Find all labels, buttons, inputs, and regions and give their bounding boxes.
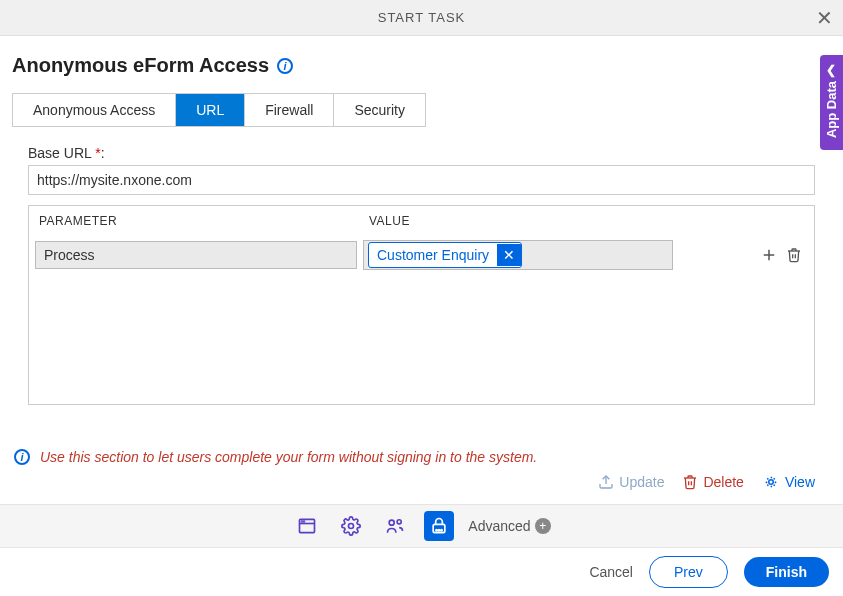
update-button[interactable]: Update bbox=[598, 473, 664, 491]
param-value-field[interactable]: Customer Enquiry ✕ bbox=[363, 240, 673, 270]
plus-icon bbox=[760, 246, 778, 264]
col-header-value: VALUE bbox=[369, 214, 804, 228]
chip-remove-icon[interactable]: ✕ bbox=[497, 244, 521, 266]
trash-icon bbox=[786, 247, 802, 263]
parameter-table: PARAMETER VALUE Customer Enquiry ✕ bbox=[28, 205, 815, 405]
base-url-input[interactable] bbox=[28, 165, 815, 195]
eye-icon bbox=[762, 473, 780, 491]
svg-point-13 bbox=[439, 530, 440, 531]
tab-anonymous-access[interactable]: Anonymous Access bbox=[13, 94, 176, 126]
tab-bar: Anonymous Access URL Firewall Security bbox=[12, 93, 426, 127]
finish-button[interactable]: Finish bbox=[744, 557, 829, 587]
close-button[interactable]: ✕ bbox=[816, 8, 833, 28]
window-icon[interactable] bbox=[292, 511, 322, 541]
plus-circle-icon: + bbox=[535, 518, 551, 534]
add-row-button[interactable] bbox=[760, 246, 778, 264]
value-chip: Customer Enquiry ✕ bbox=[368, 242, 522, 268]
svg-point-14 bbox=[441, 530, 442, 531]
info-icon[interactable]: i bbox=[277, 58, 293, 74]
tab-firewall[interactable]: Firewall bbox=[245, 94, 334, 126]
svg-point-8 bbox=[349, 524, 354, 529]
cancel-button[interactable]: Cancel bbox=[589, 564, 633, 580]
table-row: Customer Enquiry ✕ bbox=[29, 236, 814, 274]
svg-point-3 bbox=[769, 480, 774, 485]
chip-label: Customer Enquiry bbox=[369, 243, 497, 267]
gear-icon[interactable] bbox=[336, 511, 366, 541]
people-icon[interactable] bbox=[380, 511, 410, 541]
hint-text: Use this section to let users complete y… bbox=[40, 449, 537, 465]
modal-header: START TASK ✕ bbox=[0, 0, 843, 36]
svg-point-7 bbox=[304, 521, 305, 522]
prev-button[interactable]: Prev bbox=[649, 556, 728, 588]
chevron-left-icon: ❮ bbox=[827, 63, 837, 77]
tab-url[interactable]: URL bbox=[176, 94, 245, 126]
view-button[interactable]: View bbox=[762, 473, 815, 491]
col-header-parameter: PARAMETER bbox=[39, 214, 369, 228]
svg-point-10 bbox=[397, 520, 401, 524]
delete-row-button[interactable] bbox=[786, 246, 802, 264]
upload-icon bbox=[598, 474, 614, 490]
lock-form-icon[interactable] bbox=[424, 511, 454, 541]
tab-security[interactable]: Security bbox=[334, 94, 425, 126]
footer-toolbar: Advanced + bbox=[0, 504, 843, 548]
close-icon: ✕ bbox=[816, 7, 833, 29]
svg-point-6 bbox=[302, 521, 303, 522]
advanced-toggle[interactable]: Advanced + bbox=[468, 518, 550, 534]
svg-point-9 bbox=[390, 520, 395, 525]
page-title: Anonymous eForm Access bbox=[12, 54, 269, 77]
delete-button[interactable]: Delete bbox=[682, 473, 743, 491]
hint-info-icon: i bbox=[14, 449, 30, 465]
param-name-input[interactable] bbox=[35, 241, 357, 269]
modal-title: START TASK bbox=[378, 10, 466, 25]
trash-icon bbox=[682, 474, 698, 490]
app-data-side-tab[interactable]: App Data ❮ bbox=[820, 55, 843, 150]
svg-point-12 bbox=[436, 530, 437, 531]
base-url-label: Base URL *: bbox=[28, 145, 815, 161]
